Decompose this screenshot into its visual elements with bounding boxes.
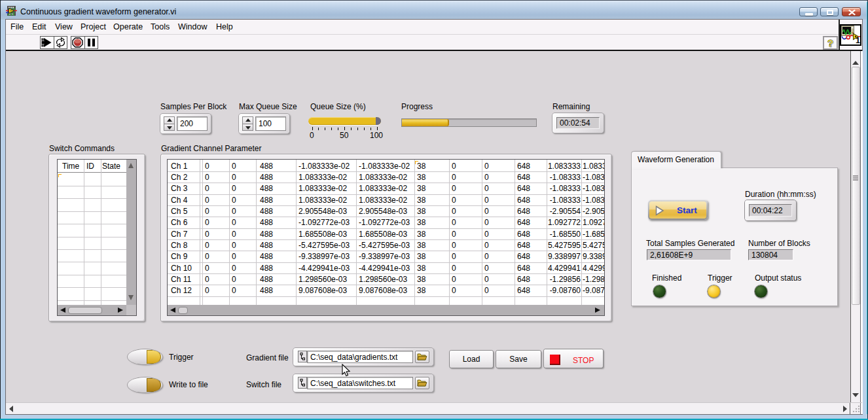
svg-text:?: ? xyxy=(828,38,834,49)
svg-text:1: 1 xyxy=(856,36,860,44)
